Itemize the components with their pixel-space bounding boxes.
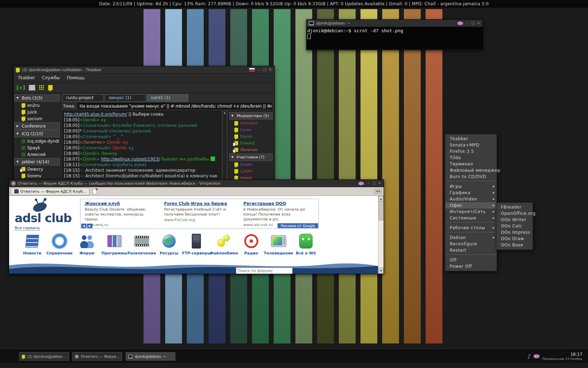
chat-tab[interactable]: net45 (1) <box>147 94 188 102</box>
menu-item[interactable]: Рабочие столы <box>445 225 497 231</box>
menu-item[interactable] <box>445 181 497 183</box>
scroll-up-icon[interactable]: ▲ <box>223 111 227 114</box>
scroll-down-button[interactable]: ▼ <box>378 268 384 274</box>
browser-window[interactable]: Ответить — Форум АДСЛ Клуба — сообщество… <box>9 179 384 274</box>
menu-item[interactable]: Интернет/Сеть <box>445 209 497 215</box>
maximize-button[interactable]: □ <box>471 21 475 25</box>
site-nav-item[interactable]: Радио <box>238 233 265 255</box>
roster-row[interactable]: ▼ Bots (3/3) <box>14 94 60 102</box>
roster-row[interactable]: en2ru <box>14 102 61 109</box>
site-nav-item[interactable]: Всё о WS <box>293 233 319 255</box>
forum-search-input[interactable] <box>236 267 293 274</box>
occupant-row[interactable]: Cyrax <box>229 127 273 133</box>
menu-item[interactable]: Sonata+MPD <box>445 142 497 148</box>
submenu-item[interactable]: OpenOffice.org <box>496 210 533 217</box>
occupant-row[interactable]: L29Ah <box>229 168 273 175</box>
menu-item[interactable]: Файловый менеджер <box>445 167 497 173</box>
site-nav-item[interactable]: Телевидение <box>265 233 292 255</box>
menubar-item[interactable]: Помощь <box>67 75 85 80</box>
occupant-row[interactable]: ▼ Участники (7) <box>229 154 273 161</box>
occupant-row[interactable]: Edward <box>229 140 273 146</box>
menu-item[interactable]: Reconfigure <box>445 241 497 247</box>
tkabber-window[interactable]: (2) djonikse@jabber.ru/tkabber - Tkabber… <box>13 66 275 189</box>
menubar-item[interactable]: Службы <box>42 75 60 80</box>
terminal-window[interactable]: djonik@debian: ~ – □ × djonik@debian:~$ … <box>306 19 483 50</box>
menu-item[interactable]: Игры <box>445 183 497 190</box>
terminal-body[interactable]: djonik@debian:~$ scrot -d7 shot.png <box>307 27 483 49</box>
menu-item[interactable]: Burn to CD/DVD <box>445 173 497 180</box>
ad-title-link[interactable]: Регистрация ООО <box>243 201 314 206</box>
menu-item[interactable]: Терминал <box>445 161 497 167</box>
site-nav-item[interactable]: Справочник <box>46 233 73 255</box>
roster-row[interactable]: ▶ Conference <box>14 122 60 130</box>
expand-arrow-icon[interactable]: ▼ <box>16 160 20 163</box>
site-nav-item[interactable]: Развлечения <box>128 233 155 255</box>
keyboard-layout-flag-icon[interactable] <box>533 354 540 359</box>
roster-list-icon[interactable] <box>29 85 35 91</box>
scrollbar-thumb[interactable] <box>379 202 383 220</box>
taskbar-button[interactable]: Ответить — Форум... <box>72 352 122 361</box>
site-nav-item[interactable]: Ресурсы <box>156 233 182 255</box>
chat-log[interactable]: http://net45.plus-it.org/forum/ || Выбер… <box>62 111 221 188</box>
occupant-row[interactable]: ▼ Модераторы (5) <box>229 112 273 120</box>
topic-input[interactable]: На входе показываем "унаме минус а" || #… <box>78 103 272 109</box>
menu-item[interactable]: Audio/Video <box>445 196 497 202</box>
expand-arrow-icon[interactable]: ▼ <box>231 156 235 159</box>
add-contact-icon[interactable]: [+] <box>16 85 25 90</box>
menubar-item[interactable]: Tkabber <box>18 75 35 80</box>
menu-item[interactable]: Firefox 3.5 <box>445 148 497 155</box>
taskbar-button[interactable]: (2) djonikse@jabber... <box>19 352 69 361</box>
scroll-up-button[interactable]: ▲ <box>378 196 384 202</box>
taskbar-button[interactable]: djonik@debian: ~ <box>126 352 175 361</box>
occupant-row[interactable]: Architect <box>229 120 273 127</box>
maximize-button[interactable]: □ <box>263 68 267 71</box>
close-button[interactable]: × <box>378 182 382 185</box>
expand-arrow-icon[interactable]: ▼ <box>231 114 235 117</box>
tkabber-titlebar[interactable]: (2) djonikse@jabber.ru/tkabber - Tkabber… <box>14 66 274 74</box>
menu-item[interactable]: Системные <box>445 215 497 221</box>
message-segment[interactable]: http://welinux.ru/post/1923/ <box>101 157 160 162</box>
roster-row[interactable]: socium <box>14 115 61 122</box>
expand-arrow-icon[interactable]: ▶ <box>16 124 20 128</box>
submenu-item[interactable]: OOo Calc <box>496 223 533 229</box>
roster-row[interactable]: ▼ jabber (4/14) <box>14 158 60 165</box>
submenu-item[interactable]: OOo Writer <box>496 217 533 223</box>
ads-prev-button[interactable]: ◀ <box>81 224 86 228</box>
menu-item[interactable] <box>445 254 497 257</box>
menu-item[interactable] <box>445 232 497 234</box>
chat-tab[interactable]: линукс (1) <box>105 94 146 102</box>
chat-scrollbar[interactable]: ▲ <box>222 111 227 188</box>
menu-item[interactable] <box>445 222 497 225</box>
site-nav-item[interactable]: Файлообмен <box>210 233 237 255</box>
ad-title-link[interactable]: Женский клуб <box>85 201 156 206</box>
close-button[interactable]: × <box>268 68 272 71</box>
menu-item[interactable]: Debian <box>445 234 497 241</box>
keyboard-layout-flag-icon[interactable] <box>358 181 364 186</box>
keyboard-layout-flag-icon[interactable] <box>249 68 255 72</box>
menu-item[interactable]: Restart <box>445 247 497 253</box>
ads-next-button[interactable]: ▶ <box>87 224 92 228</box>
menu-item[interactable]: Tkabber <box>445 136 497 142</box>
roster-row[interactable]: Spayk <box>14 144 61 151</box>
expand-arrow-icon[interactable]: ▼ <box>16 132 20 135</box>
roster-row[interactable]: icq.sidge.dyndr <box>14 138 61 144</box>
site-nav-item[interactable]: Программы <box>101 233 128 255</box>
submenu-item[interactable]: OOo Base <box>496 242 533 248</box>
expand-arrow-icon[interactable]: ▼ <box>16 96 20 100</box>
menu-item[interactable]: Off <box>445 257 497 263</box>
message-segment[interactable]: http://net45.plus-it.org/forum/ <box>64 112 127 117</box>
menu-item[interactable]: Tilda <box>445 155 497 161</box>
roster-row[interactable]: ▼ ICQ (2/10) <box>14 130 60 137</box>
ad-title-link[interactable]: Forex Club-Игра на бирже <box>164 201 235 206</box>
clock-time[interactable]: 18:17 <box>570 352 582 357</box>
maximize-button[interactable]: □ <box>372 182 376 185</box>
minimize-button[interactable]: – <box>465 21 469 25</box>
submenu-item[interactable]: FBreader <box>496 204 533 210</box>
site-logo[interactable]: adsl club <box>15 212 81 224</box>
minimize-button[interactable]: – <box>366 182 370 185</box>
menu-item[interactable]: Power Off <box>445 263 497 270</box>
roster-row[interactable]: Алексей <box>14 151 61 158</box>
tab-list-dropdown[interactable]: ≡▾ <box>374 189 382 194</box>
all-services-link[interactable]: Все сервисы <box>15 226 40 231</box>
minimize-button[interactable]: – <box>257 68 261 71</box>
